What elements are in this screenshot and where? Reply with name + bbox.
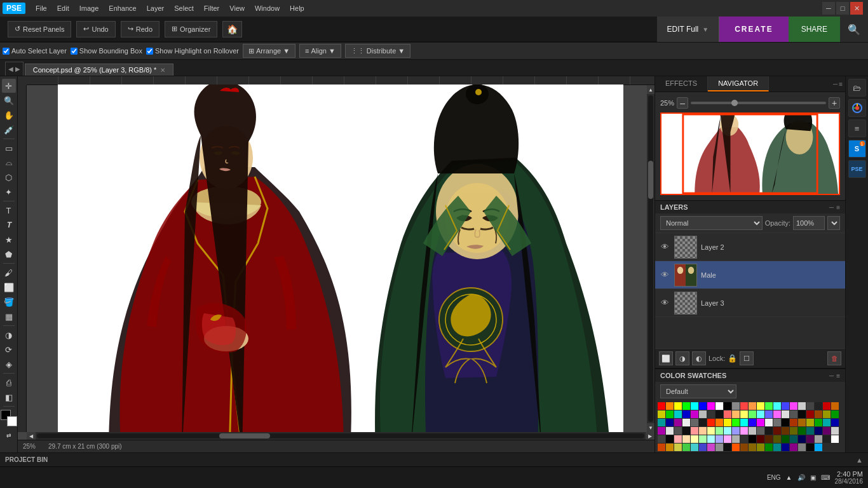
color-swatch[interactable] xyxy=(798,427,806,435)
color-swatch[interactable] xyxy=(658,410,665,418)
switch-colors-icon[interactable]: ⇄ xyxy=(2,428,16,442)
color-swatch[interactable] xyxy=(798,435,806,443)
color-swatch[interactable] xyxy=(798,410,806,418)
color-swatch[interactable] xyxy=(831,402,839,410)
color-swatch[interactable] xyxy=(790,419,797,426)
color-swatch[interactable] xyxy=(782,402,789,410)
scroll-thumb-v[interactable] xyxy=(648,161,653,199)
color-swatch[interactable] xyxy=(782,419,789,426)
color-swatch[interactable] xyxy=(666,427,674,435)
color-swatch[interactable] xyxy=(682,419,690,426)
color-swatch[interactable] xyxy=(724,410,731,418)
eyedropper-tool[interactable]: 💉 xyxy=(2,123,16,137)
color-swatch[interactable] xyxy=(715,410,723,418)
color-swatch[interactable] xyxy=(732,435,740,443)
menu-file[interactable]: File xyxy=(31,3,52,13)
color-swatch[interactable] xyxy=(790,435,797,443)
menu-window[interactable]: Window xyxy=(250,3,285,13)
zoom-tool[interactable]: 🔍 xyxy=(2,93,16,107)
panel-collapse-button[interactable]: ─ xyxy=(833,78,837,90)
lasso-tool[interactable]: ⌓ xyxy=(2,156,16,170)
quick-selection-tool[interactable]: ⬡ xyxy=(2,170,16,184)
color-swatch[interactable] xyxy=(765,402,773,410)
color-swatch[interactable] xyxy=(691,427,698,435)
color-swatch[interactable] xyxy=(773,427,781,435)
create-button[interactable]: CREATE xyxy=(719,17,788,42)
color-swatch[interactable] xyxy=(699,419,707,426)
smudge-tool[interactable]: ⟳ xyxy=(2,342,16,356)
color-swatch[interactable] xyxy=(749,410,756,418)
color-swatch[interactable] xyxy=(658,402,665,410)
type-tool[interactable]: T xyxy=(2,203,16,217)
opacity-input[interactable] xyxy=(793,216,825,230)
organizer-button[interactable]: ⊞ Organizer xyxy=(165,21,217,37)
color-swatch[interactable] xyxy=(732,402,740,410)
color-swatch[interactable] xyxy=(765,444,773,451)
folder-icon-button[interactable]: 🗁 xyxy=(848,79,866,97)
color-swatch[interactable] xyxy=(674,402,682,410)
color-swatch[interactable] xyxy=(773,419,781,426)
color-swatch[interactable] xyxy=(691,435,698,443)
move-tool[interactable]: ✛ xyxy=(2,79,16,93)
reset-panels-button[interactable]: ↺ Reset Panels xyxy=(8,21,71,37)
scroll-up-arrow[interactable]: ▲ xyxy=(647,85,654,94)
color-swatch[interactable] xyxy=(658,444,665,451)
auto-select-layer-checkbox[interactable]: Auto Select Layer xyxy=(3,47,67,55)
color-swatch[interactable] xyxy=(691,419,698,426)
maximize-button[interactable]: □ xyxy=(836,2,849,15)
color-swatch[interactable] xyxy=(666,419,674,426)
color-swatch[interactable] xyxy=(798,402,806,410)
color-swatch[interactable] xyxy=(724,427,731,435)
color-swatch[interactable] xyxy=(823,435,831,443)
color-swatch[interactable] xyxy=(658,435,665,443)
project-bin-expand-icon[interactable]: ▲ xyxy=(856,456,863,464)
distribute-button[interactable]: ⋮⋮ Distribute ▼ xyxy=(345,44,410,58)
custom-shape-tool[interactable]: ⬟ xyxy=(2,247,16,261)
scroll-track-v[interactable] xyxy=(648,95,653,422)
close-button[interactable]: ✕ xyxy=(850,2,863,15)
menu-layer[interactable]: Layer xyxy=(142,3,170,13)
color-swatch[interactable] xyxy=(773,435,781,443)
color-swatch[interactable] xyxy=(707,435,715,443)
scroll-right-arrow[interactable]: ▶ xyxy=(646,432,654,440)
navigator-zoom-slider[interactable] xyxy=(691,102,826,104)
lock-icon[interactable]: 🔒 xyxy=(728,354,737,363)
opacity-dropdown[interactable]: ▼ xyxy=(827,216,840,230)
horizontal-scrollbar[interactable]: ◀ ▶ xyxy=(27,432,654,440)
color-swatch[interactable] xyxy=(831,427,839,435)
color-swatch[interactable] xyxy=(682,427,690,435)
color-swatch[interactable] xyxy=(699,435,707,443)
color-swatch[interactable] xyxy=(815,444,822,451)
color-swatch[interactable] xyxy=(757,444,764,451)
color-swatch[interactable] xyxy=(782,444,789,451)
stamp-tool[interactable]: ⎙ xyxy=(2,376,16,390)
color-swatch[interactable] xyxy=(666,402,674,410)
arrange-button[interactable]: ⊞ Arrange ▼ xyxy=(243,44,295,58)
color-swatch[interactable] xyxy=(749,427,756,435)
rectangular-marquee-tool[interactable]: ▭ xyxy=(2,141,16,155)
color-swatch[interactable] xyxy=(724,444,731,451)
redo-button[interactable]: ↪ Redo xyxy=(121,21,159,37)
color-swatch[interactable] xyxy=(806,427,814,435)
color-swatch[interactable] xyxy=(815,427,822,435)
color-swatch[interactable] xyxy=(823,402,831,410)
color-swatch[interactable] xyxy=(815,419,822,426)
color-swatch[interactable] xyxy=(806,410,814,418)
color-swatch[interactable] xyxy=(707,427,715,435)
color-swatches[interactable] xyxy=(1,410,17,426)
color-swatch[interactable] xyxy=(724,402,731,410)
tab-close-icon[interactable]: ✕ xyxy=(160,67,165,74)
color-swatch[interactable] xyxy=(740,435,748,443)
lock-checkbox[interactable]: ☐ xyxy=(740,351,754,365)
color-swatch[interactable] xyxy=(790,444,797,451)
color-swatch[interactable] xyxy=(732,419,740,426)
color-swatch[interactable] xyxy=(724,419,731,426)
layers-collapse-button[interactable]: ─ xyxy=(829,204,834,211)
brush-tool[interactable]: 🖌 xyxy=(2,266,16,280)
color-swatch[interactable] xyxy=(782,435,789,443)
color-swatch[interactable] xyxy=(658,419,665,426)
create-adjustment-button[interactable]: ◐ xyxy=(692,351,706,365)
color-swatch[interactable] xyxy=(749,419,756,426)
panel-menu-button[interactable]: ≡ xyxy=(839,78,843,90)
color-swatch[interactable] xyxy=(699,402,707,410)
